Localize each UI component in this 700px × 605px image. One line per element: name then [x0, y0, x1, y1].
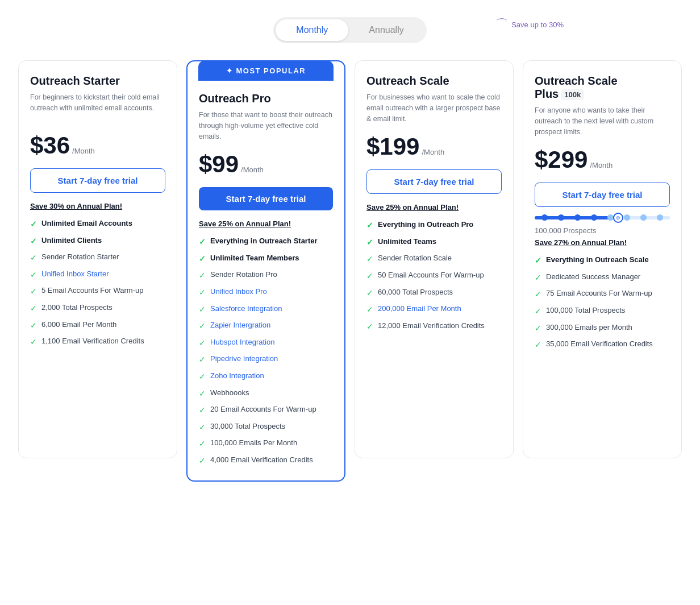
feature-text: Everything in Outreach Starter [210, 236, 318, 246]
monthly-toggle[interactable]: Monthly [276, 19, 348, 41]
feature-item: ✓ 12,000 Email Verification Credits [366, 321, 502, 333]
feature-item: ✓ 50 Email Accounts For Warm-up [366, 270, 502, 282]
feature-text: 300,000 Emails per Month [546, 322, 632, 333]
feature-item: ✓ 35,000 Email Verification Credits [535, 339, 670, 351]
check-icon: ✓ [199, 304, 206, 316]
price-period: /Month [590, 161, 612, 169]
check-icon: ✓ [30, 320, 37, 331]
plan-card-outreach-pro: ✦ MOST POPULAROutreach ProFor those that… [186, 60, 345, 482]
feature-text: Unlimited Email Accounts [41, 218, 132, 229]
feature-item: ✓ Sender Rotation Starter [30, 252, 165, 264]
price-period: /Month [241, 165, 264, 174]
check-icon: ✓ [366, 254, 373, 265]
trial-button[interactable]: Start 7-day free trial [366, 169, 502, 194]
annual-save-text[interactable]: Save 30% on Annual Plan! [30, 202, 165, 210]
check-icon: ✓ [199, 405, 206, 416]
feature-item: ✓ Everything in Outreach Pro [366, 219, 502, 231]
feature-item: ✓ Pipedrive Integration [199, 354, 333, 366]
check-icon: ✓ [30, 303, 37, 314]
check-icon: ✓ [535, 339, 541, 351]
save-badge: ⌒ Save up to 30% [495, 16, 564, 33]
arrow-icon: ⌒ [495, 16, 508, 33]
check-icon: ✓ [366, 304, 373, 316]
plan-badge: 100k [561, 89, 584, 100]
plan-description: For businesses who want to scale the col… [366, 92, 502, 124]
check-icon: ✓ [30, 219, 37, 230]
feature-text: 4,000 Email Verification Credits [210, 455, 313, 465]
save-badge-text: Save up to 30% [511, 20, 564, 29]
feature-list: ✓ Everything in Outreach Starter ✓ Unlim… [199, 236, 333, 466]
feature-text: Webhoooks [210, 388, 249, 398]
check-icon: ✓ [199, 422, 206, 433]
price-amount: $199 [366, 133, 419, 160]
feature-item: ✓ 100,000 Emails Per Month [199, 438, 333, 450]
check-icon: ✓ [535, 323, 541, 334]
feature-text: Unlimited Clients [41, 235, 102, 246]
feature-text: 30,000 Total Prospects [210, 421, 285, 432]
feature-text: 200,000 Email Per Month [378, 304, 461, 314]
check-icon: ✓ [366, 321, 373, 333]
check-icon: ✓ [199, 455, 206, 467]
feature-text: Dedicated Success Manager [546, 272, 640, 282]
feature-item: ✓ Unlimited Email Accounts [30, 218, 165, 230]
header-section: ⌒ Save up to 30% Monthly Annually [11, 11, 689, 43]
plans-container: Outreach StarterFor beginners to kicksta… [11, 60, 689, 482]
feature-text: 6,000 Email Per Month [41, 320, 116, 330]
plan-title: Outreach Scale [366, 74, 502, 88]
feature-item: ✓ 75 Email Accounts For Warm-up [535, 288, 670, 300]
annually-toggle[interactable]: Annually [348, 19, 424, 41]
check-icon: ✓ [199, 388, 206, 400]
feature-text: Everything in Outreach Scale [546, 255, 649, 265]
annual-save-text[interactable]: Save 27% on Annual Plan! [535, 238, 670, 247]
trial-button[interactable]: Start 7-day free trial [30, 168, 165, 193]
popular-banner: ✦ MOST POPULAR [198, 61, 334, 81]
annual-save-text[interactable]: Save 25% on Annual Plan! [366, 203, 502, 212]
check-icon: ✓ [30, 286, 37, 297]
check-icon: ✓ [30, 236, 37, 247]
feature-item: ✓ 60,000 Total Prospects [366, 287, 502, 299]
feature-text: 100,000 Emails Per Month [210, 438, 297, 448]
feature-item: ✓ Dedicated Success Manager [535, 272, 670, 284]
check-icon: ✓ [199, 254, 206, 265]
check-icon: ✓ [535, 289, 541, 300]
feature-item: ✓ 6,000 Email Per Month [30, 320, 165, 331]
prospect-slider[interactable]: ⊕ [535, 216, 670, 219]
trial-button[interactable]: Start 7-day free trial [199, 187, 333, 210]
check-icon: ✓ [366, 288, 373, 299]
trial-button[interactable]: Start 7-day free trial [535, 183, 670, 207]
feature-item: ✓ 1,100 Email Verification Credits [30, 336, 165, 348]
check-icon: ✓ [366, 237, 373, 248]
check-icon: ✓ [535, 255, 541, 267]
prospect-label: 100,000 Prospects [535, 226, 670, 235]
check-icon: ✓ [199, 438, 206, 450]
check-icon: ✓ [30, 252, 37, 264]
check-icon: ✓ [199, 287, 206, 299]
feature-text: Zapier Intergration [210, 320, 270, 330]
plan-price: $99 /Month [199, 151, 333, 178]
feature-text: 75 Email Accounts For Warm-up [546, 288, 652, 299]
feature-item: ✓ 2,000 Total Prospects [30, 302, 165, 314]
check-icon: ✓ [199, 338, 206, 349]
check-icon: ✓ [30, 337, 37, 348]
plan-card-outreach-scale: Outreach ScaleFor businesses who want to… [355, 60, 514, 458]
feature-list: ✓ Everything in Outreach Scale ✓ Dedicat… [535, 255, 670, 351]
plan-description: For those that want to boost their outre… [199, 110, 333, 142]
feature-item: ✓ Unified Inbox Pro [199, 287, 333, 299]
feature-item: ✓ Salesforce Integration [199, 304, 333, 316]
annual-save-text[interactable]: Save 25% on Annual Plan! [199, 219, 333, 228]
feature-item: ✓ Unified Inbox Starter [30, 269, 165, 281]
price-amount: $299 [535, 146, 588, 173]
check-icon: ✓ [199, 321, 206, 332]
check-icon: ✓ [366, 220, 373, 231]
plan-title: Outreach Starter [30, 74, 165, 88]
feature-text: Zoho Integration [210, 371, 264, 381]
feature-item: ✓ 200,000 Email Per Month [366, 304, 502, 316]
feature-item: ✓ Webhoooks [199, 388, 333, 400]
feature-item: ✓ 4,000 Email Verification Credits [199, 455, 333, 467]
billing-toggle[interactable]: Monthly Annually [273, 17, 426, 43]
feature-list: ✓ Unlimited Email Accounts ✓ Unlimited C… [30, 218, 165, 348]
feature-text: Sender Rotation Starter [41, 252, 119, 262]
plan-card-outreach-starter: Outreach StarterFor beginners to kicksta… [18, 60, 177, 458]
price-amount: $99 [199, 151, 239, 178]
feature-item: ✓ 30,000 Total Prospects [199, 421, 333, 433]
